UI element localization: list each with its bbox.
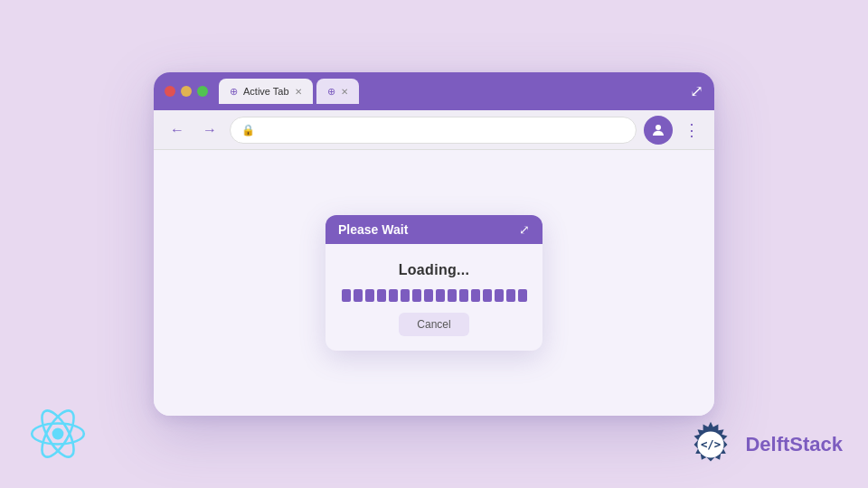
window-expand-button[interactable]: ⤢ — [690, 81, 703, 101]
active-tab-label: Active Tab — [243, 86, 289, 97]
progress-seg-12 — [471, 289, 480, 302]
progress-seg-15 — [506, 289, 515, 302]
tab2-globe-icon: ⊕ — [327, 86, 335, 98]
stack-text: Stack — [789, 433, 843, 455]
active-tab[interactable]: ⊕ Active Tab ✕ — [219, 79, 313, 104]
tab-bar: ⊕ Active Tab ✕ ⊕ ✕ — [219, 79, 359, 104]
dialog-expand-icon[interactable]: ⤢ — [519, 222, 530, 237]
profile-button[interactable] — [644, 116, 673, 145]
progress-seg-11 — [459, 289, 468, 302]
react-logo — [29, 405, 87, 463]
close-traffic-light[interactable] — [165, 86, 175, 97]
svg-point-0 — [656, 125, 661, 130]
cancel-button[interactable]: Cancel — [399, 313, 468, 336]
progress-seg-3 — [365, 289, 374, 302]
loading-text: Loading... — [399, 262, 470, 278]
progress-seg-16 — [518, 289, 527, 302]
profile-icon — [650, 122, 666, 138]
dialog-title: Please Wait — [338, 222, 408, 237]
tab-close-icon[interactable]: ✕ — [295, 87, 302, 97]
delftstack-icon: </> — [685, 419, 736, 470]
progress-seg-5 — [389, 289, 398, 302]
progress-seg-13 — [483, 289, 492, 302]
traffic-lights — [165, 86, 208, 97]
progress-seg-7 — [412, 289, 421, 302]
forward-button[interactable]: → — [197, 117, 222, 143]
delft-text: Delft — [745, 433, 789, 455]
browser-titlebar: ⊕ Active Tab ✕ ⊕ ✕ ⤢ — [154, 72, 714, 110]
delftstack-logo: </> DelftStack — [685, 419, 843, 470]
progress-bar — [340, 289, 528, 302]
progress-seg-4 — [377, 289, 386, 302]
delftstack-text-label: DelftStack — [745, 433, 843, 456]
progress-seg-6 — [401, 289, 410, 302]
dialog-body: Loading... — [326, 244, 542, 351]
browser-content: Please Wait ⤢ Loading... — [154, 150, 714, 416]
progress-seg-2 — [354, 289, 363, 302]
loading-dialog: Please Wait ⤢ Loading... — [326, 215, 542, 351]
svg-point-1 — [52, 428, 64, 440]
lock-icon: 🔒 — [241, 124, 255, 136]
dialog-header: Please Wait ⤢ — [326, 215, 542, 244]
svg-text:</>: </> — [701, 438, 721, 451]
progress-seg-9 — [436, 289, 445, 302]
address-input[interactable] — [260, 124, 625, 136]
back-button[interactable]: ← — [165, 117, 190, 143]
more-options-button[interactable]: ⋮ — [680, 117, 703, 144]
browser-window: ⊕ Active Tab ✕ ⊕ ✕ ⤢ ← → 🔒 ⋮ — [154, 72, 714, 416]
inactive-tab[interactable]: ⊕ ✕ — [316, 79, 359, 104]
progress-seg-10 — [448, 289, 457, 302]
progress-seg-14 — [495, 289, 504, 302]
progress-seg-1 — [342, 289, 351, 302]
tab2-close-icon[interactable]: ✕ — [341, 87, 348, 97]
address-bar[interactable]: 🔒 — [230, 117, 637, 144]
minimize-traffic-light[interactable] — [181, 86, 192, 97]
tab-globe-icon: ⊕ — [230, 86, 238, 98]
maximize-traffic-light[interactable] — [197, 86, 208, 97]
browser-toolbar: ← → 🔒 ⋮ — [154, 110, 714, 150]
progress-seg-8 — [424, 289, 433, 302]
